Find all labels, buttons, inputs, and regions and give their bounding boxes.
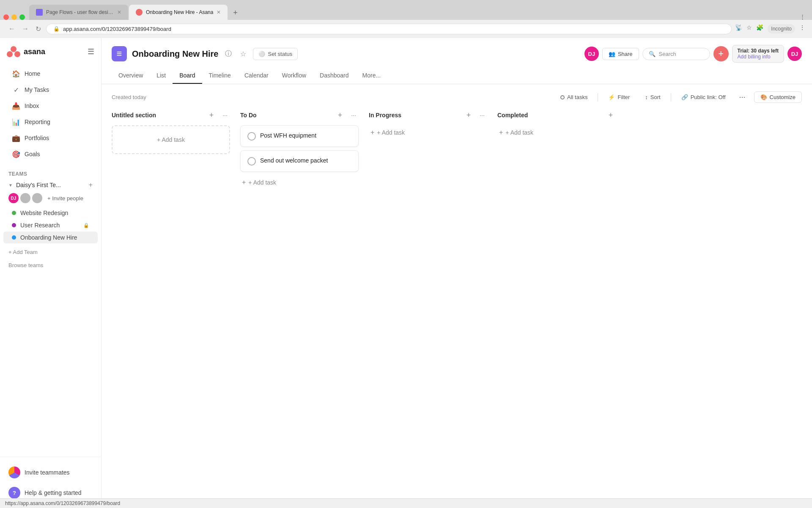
tab-pageflows-close[interactable]: ✕ (117, 9, 121, 15)
sidebar-item-portfolios[interactable]: 💼 Portfolios (3, 130, 98, 146)
add-team-member-icon[interactable]: + (89, 181, 93, 189)
reload-button[interactable]: ↻ (34, 23, 43, 35)
browse-teams-link[interactable]: Browse teams (0, 259, 101, 272)
tab-list[interactable]: List (150, 68, 173, 84)
add-task-button-todo[interactable]: + + Add task (240, 175, 359, 190)
hamburger-icon[interactable]: ☰ (88, 47, 94, 56)
asana-logo-icon (7, 45, 20, 58)
browser-menu[interactable]: ⋮ (800, 14, 805, 20)
tab-asana-close[interactable]: ✕ (217, 9, 221, 15)
project-star-button[interactable]: ☆ (239, 48, 248, 60)
my-tasks-icon: ✓ (12, 86, 20, 94)
browser-more-icon[interactable]: ⋮ (799, 24, 805, 33)
back-button[interactable]: ← (7, 23, 17, 34)
project-item-user-research[interactable]: User Research 🔒 (3, 219, 98, 231)
team-name: Daisy's First Te... (16, 182, 61, 188)
add-task-plus-todo: + (242, 179, 246, 186)
customize-button[interactable]: 🎨 Customize (754, 91, 802, 103)
sidebar-header: asana ☰ (0, 38, 101, 62)
project-item-website-redesign[interactable]: Website Redesign (3, 207, 98, 219)
invite-teammates-button[interactable]: Invite teammates (0, 462, 101, 483)
column-add-button-untitled[interactable]: + (206, 110, 217, 120)
new-tab-button[interactable]: + (228, 6, 242, 20)
filter-button[interactable]: ⚡ Filter (603, 92, 635, 102)
search-box[interactable]: 🔍 Search (642, 48, 710, 60)
profile-icon[interactable]: Incognito (768, 24, 795, 33)
sidebar-item-goals[interactable]: 🎯 Goals (3, 146, 98, 162)
invite-people-label: + Invite people (47, 195, 83, 202)
help-icon: ? (8, 487, 20, 499)
maximize-dot[interactable] (19, 14, 25, 20)
trial-billing-link[interactable]: Add billing info (738, 54, 779, 60)
column-in-progress: In Progress + ··· + + Add task (369, 110, 487, 140)
extensions-icon[interactable]: 🧩 (756, 24, 763, 33)
project-item-onboarding[interactable]: Onboarding New Hire (3, 232, 98, 243)
close-dot[interactable] (3, 14, 9, 20)
column-more-button-todo[interactable]: ··· (348, 110, 359, 120)
add-task-plus-completed: + (499, 129, 503, 136)
created-info: Created today (112, 94, 550, 100)
team-header[interactable]: ▼ Daisy's First Te... + (3, 179, 98, 191)
sidebar-item-home[interactable]: 🏠 Home (3, 66, 98, 81)
tab-board[interactable]: Board (173, 68, 202, 84)
public-link-button[interactable]: 🔗 Public link: Off (676, 92, 731, 102)
column-completed: Completed + + + Add task (497, 110, 616, 140)
tab-pageflows-label: Page Flows - user flow design (46, 9, 114, 15)
all-tasks-dot (560, 95, 565, 99)
task-check-icon-welcome-packet[interactable] (247, 157, 256, 166)
tab-workflow[interactable]: Workflow (275, 68, 313, 84)
sidebar-item-portfolios-label: Portfolios (25, 135, 49, 141)
column-title-todo: To Do (240, 112, 332, 119)
forward-button[interactable]: → (20, 23, 30, 34)
add-task-button-in-progress[interactable]: + + Add task (369, 125, 487, 140)
browser-tab-pageflows[interactable]: Page Flows - user flow design ✕ (29, 5, 128, 20)
column-more-button-in-progress[interactable]: ··· (477, 110, 487, 120)
more-options-button[interactable]: ··· (736, 91, 749, 103)
tab-dashboard[interactable]: Dashboard (313, 68, 356, 84)
sort-icon: ↕ (645, 94, 648, 100)
tab-timeline[interactable]: Timeline (202, 68, 238, 84)
project-info-button[interactable]: ⓘ (223, 48, 233, 60)
task-check-icon-post-wfh[interactable] (247, 132, 256, 141)
goals-icon: 🎯 (12, 150, 20, 158)
project-dot-user-research (12, 223, 16, 227)
sidebar-item-reporting[interactable]: 📊 Reporting (3, 114, 98, 130)
project-title: Onboarding New Hire (132, 49, 218, 59)
sidebar-item-inbox[interactable]: 📥 Inbox (3, 98, 98, 113)
invite-people-button[interactable]: + Invite people (44, 194, 87, 202)
trial-days-label: Trial: 30 days left (738, 48, 779, 54)
user-avatar-header[interactable]: DJ (787, 47, 802, 61)
minimize-dot[interactable] (11, 14, 17, 20)
column-add-button-todo[interactable]: + (335, 110, 345, 120)
sort-button[interactable]: ↕ Sort (640, 92, 665, 102)
project-header-actions: DJ 👥 Share 🔍 Search + Trial: 30 days lef… (584, 45, 802, 63)
task-card-post-wfh[interactable]: Post WFH equipment (240, 125, 359, 147)
add-task-global-button[interactable]: + (713, 46, 729, 61)
add-team-button[interactable]: + Add Team (0, 246, 101, 259)
column-add-button-completed[interactable]: + (606, 110, 616, 120)
set-status-button[interactable]: ⚪ Set status (253, 48, 298, 60)
invite-teammates-label: Invite teammates (25, 469, 70, 476)
add-task-button-untitled[interactable]: + Add task (119, 133, 222, 146)
lock-icon: 🔒 (53, 26, 60, 32)
tab-overview[interactable]: Overview (112, 68, 150, 84)
bookmark-icon[interactable]: ☆ (746, 24, 752, 33)
avatar-member1 (20, 193, 30, 203)
browser-tab-asana[interactable]: Onboarding New Hire - Asana ✕ (129, 5, 228, 20)
tab-more[interactable]: More... (356, 68, 388, 84)
all-tasks-button[interactable]: All tasks (555, 92, 593, 102)
column-add-button-in-progress[interactable]: + (464, 110, 474, 120)
add-task-button-completed[interactable]: + + Add task (497, 125, 616, 140)
task-card-welcome-packet[interactable]: Send out welcome packet (240, 150, 359, 172)
project-header: ≡ Onboarding New Hire ⓘ ☆ ⚪ Set status D… (102, 38, 812, 84)
column-more-button-untitled[interactable]: ··· (220, 110, 230, 120)
board-area: Created today All tasks ⚡ Filter ↕ Sort … (102, 84, 812, 508)
tab-asana-label: Onboarding New Hire - Asana (146, 9, 213, 15)
address-bar[interactable]: 🔒 app.asana.com/0/1203269673899479/board (46, 24, 732, 34)
cast-icon[interactable]: 📡 (735, 24, 742, 33)
tab-calendar[interactable]: Calendar (238, 68, 275, 84)
project-avatar-dj[interactable]: DJ (584, 47, 599, 61)
sidebar-item-my-tasks[interactable]: ✓ My Tasks (3, 82, 98, 97)
asana-logo-text: asana (24, 47, 45, 56)
share-button[interactable]: 👥 Share (602, 48, 639, 60)
